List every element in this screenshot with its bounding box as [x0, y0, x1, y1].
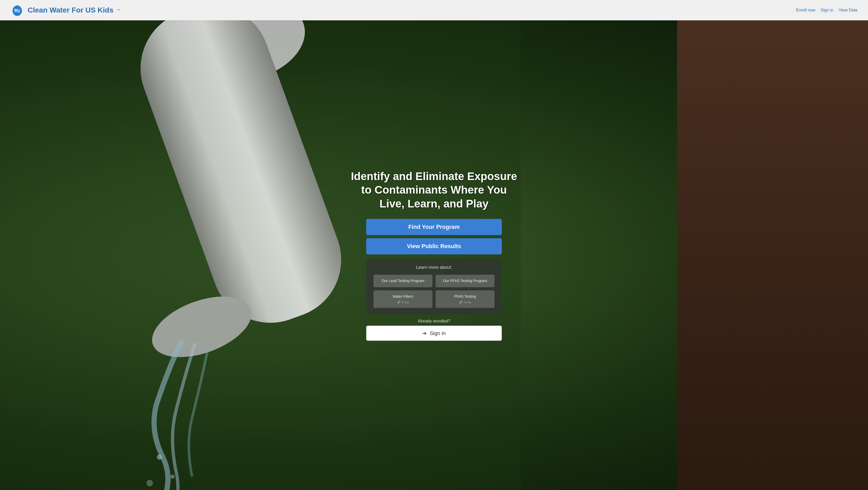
- logo-icon: My: [10, 3, 24, 17]
- hero-section: Identify and Eliminate Exposure to Conta…: [0, 20, 868, 490]
- pfas-testing-rti-external: 🔗 rti.org: [439, 300, 491, 304]
- enroll-link[interactable]: Enroll now: [796, 8, 815, 12]
- sign-in-label: Sign in: [430, 330, 446, 336]
- svg-text:My: My: [14, 8, 20, 13]
- trademark: ™: [117, 8, 120, 12]
- svg-point-6: [157, 455, 162, 460]
- find-program-button[interactable]: Find Your Program: [366, 219, 502, 235]
- signin-link[interactable]: Sign in: [821, 8, 834, 12]
- svg-point-7: [170, 474, 175, 479]
- hero-headline: Identify and Eliminate Exposure to Conta…: [348, 170, 520, 211]
- sign-in-button[interactable]: ➔ Sign in: [366, 326, 502, 341]
- view-data-link[interactable]: View Data: [839, 8, 858, 12]
- logo-area: My Clean Water For US Kids ™: [10, 3, 120, 17]
- site-title: Clean Water For US Kids: [28, 6, 114, 14]
- svg-point-8: [147, 480, 153, 486]
- water-filters-external: 🔗 rti.org: [377, 300, 429, 304]
- site-header: My Clean Water For US Kids ™ Enroll now …: [0, 0, 868, 20]
- already-enrolled-label: Already enrolled?: [366, 319, 502, 324]
- learn-grid: Our Lead Testing Program Our PFAS Testin…: [373, 275, 495, 308]
- water-filters-label: Water Filters: [393, 294, 413, 299]
- nav-sep-2: ·: [835, 8, 836, 12]
- hero-content: Identify and Eliminate Exposure to Conta…: [343, 159, 525, 351]
- nav-sep-1: ·: [818, 8, 819, 12]
- water-filters-button[interactable]: Water Filters 🔗 rti.org: [373, 290, 432, 308]
- view-results-button[interactable]: View Public Results: [366, 238, 502, 254]
- sign-in-arrow-icon: ➔: [422, 330, 427, 336]
- learn-more-label: Learn more about:: [373, 265, 495, 270]
- pfas-testing-button[interactable]: Our PFAS Testing Program: [436, 275, 495, 287]
- top-nav: Enroll now · Sign in · View Data: [796, 8, 858, 12]
- learn-more-box: Learn more about: Our Lead Testing Progr…: [366, 258, 502, 314]
- pfas-testing-label: Our PFAS Testing Program: [443, 279, 487, 283]
- lead-testing-label: Our Lead Testing Program: [381, 279, 424, 283]
- lead-testing-button[interactable]: Our Lead Testing Program: [373, 275, 432, 287]
- pfas-testing-rti-label: PFAS Testing: [454, 294, 476, 299]
- right-panel: [677, 20, 868, 490]
- pfas-testing-rti-button[interactable]: PFAS Testing 🔗 rti.org: [436, 290, 495, 308]
